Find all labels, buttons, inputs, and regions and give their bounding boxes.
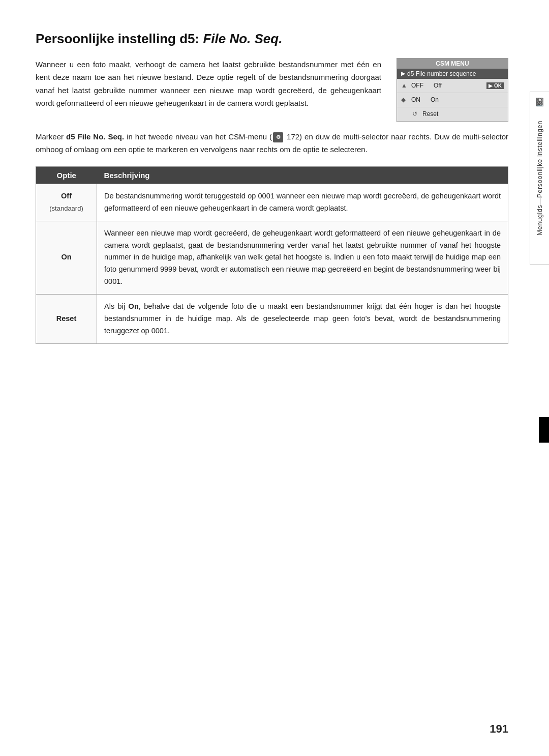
sidebar-tab-label: Menugids—Persoonlijke instellingen (536, 121, 543, 236)
camera-menu-subtitle: ▶ d5 File number sequence (397, 69, 508, 79)
col-optie-header: Optie (36, 166, 97, 184)
options-table: Optie Beschrijving Off (standaard) De be… (36, 166, 508, 344)
page: 📓 Menugids—Persoonlijke instellingen Per… (0, 0, 549, 756)
table-row: Reset Als bij On, behalve dat de volgend… (36, 295, 508, 344)
table-cell-desc-reset: Als bij On, behalve dat de volgende foto… (97, 295, 508, 344)
camera-icon-reset: ↺ (412, 110, 422, 118)
intro-paragraph: Wanneer u een foto maakt, verhoogt de ca… (36, 58, 381, 110)
table-cell-option-off: Off (standaard) (36, 184, 97, 221)
csm-icon: ⚙ (273, 132, 283, 142)
description-full: Markeer d5 File No. Seq. in het tweede n… (36, 130, 508, 156)
table-row: Off (standaard) De bestandsnummering wor… (36, 184, 508, 221)
table-header-row: Optie Beschrijving (36, 166, 508, 184)
table-cell-option-reset: Reset (36, 295, 97, 344)
table-cell-desc-on: Wanneer een nieuwe map wordt gecreëerd, … (97, 221, 508, 295)
table-cell-desc-off: De bestandsnummering wordt teruggesteld … (97, 184, 508, 221)
camera-icon-landscape: ▲ (401, 82, 411, 89)
page-number: 191 (490, 722, 508, 736)
camera-menu-row-on: ◆ ON On (397, 93, 508, 107)
camera-menu-row-off: ▲ OFF Off ▶ OK (397, 79, 508, 93)
content-top: Wanneer u een foto maakt, verhoogt de ca… (36, 58, 508, 122)
camera-icon-diamond: ◆ (401, 96, 411, 103)
camera-menu: CSM MENU ▶ d5 File number sequence ▲ OFF… (396, 58, 508, 122)
menu-arrow-icon: ▶ (401, 70, 405, 77)
black-tab-marker (539, 417, 549, 443)
camera-menu-row-reset: ↺ Reset (397, 107, 508, 122)
camera-menu-title: CSM MENU (397, 59, 508, 69)
table-cell-option-on: On (36, 221, 97, 295)
ok-badge: ▶ OK (486, 82, 504, 89)
page-title: Persoonlijke instelling d5: File No. Seq… (36, 31, 508, 48)
camera-menu-rows: ▲ OFF Off ▶ OK ◆ ON On ↺ (397, 79, 508, 122)
table-row: On Wanneer een nieuwe map wordt gecreëer… (36, 221, 508, 295)
notebook-icon: 📓 (535, 97, 545, 107)
sidebar-tab: 📓 Menugids—Persoonlijke instellingen (530, 92, 549, 265)
col-beschrijving-header: Beschrijving (97, 166, 508, 184)
